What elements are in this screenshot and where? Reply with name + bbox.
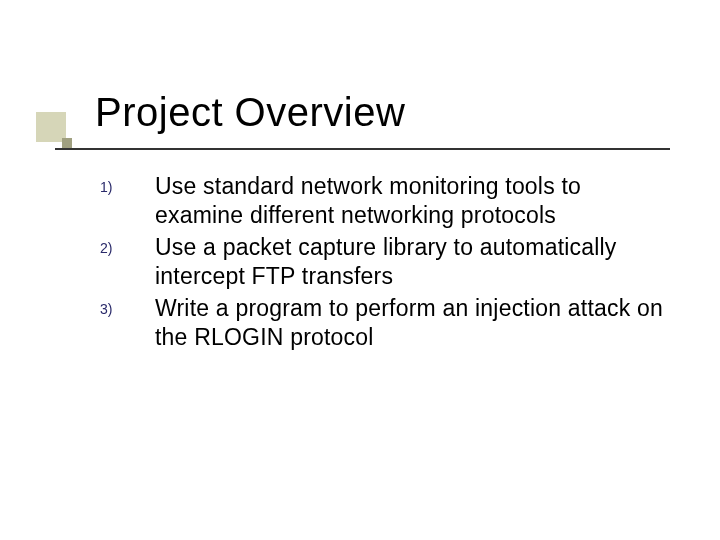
item-text: Write a program to perform an injection …	[155, 294, 670, 353]
list-item: 3) Write a program to perform an injecti…	[100, 294, 670, 353]
item-text: Use standard network monitoring tools to…	[155, 172, 670, 231]
slide-container: Project Overview 1) Use standard network…	[0, 0, 720, 540]
item-number: 2)	[100, 233, 155, 256]
decoration-square-small	[62, 138, 72, 148]
list-item: 2) Use a packet capture library to autom…	[100, 233, 670, 292]
title-area: Project Overview	[55, 90, 680, 135]
title-underline	[55, 148, 670, 150]
item-number: 3)	[100, 294, 155, 317]
content-area: 1) Use standard network monitoring tools…	[100, 172, 670, 355]
item-text: Use a packet capture library to automati…	[155, 233, 670, 292]
item-number: 1)	[100, 172, 155, 195]
slide-title: Project Overview	[55, 90, 680, 135]
list-item: 1) Use standard network monitoring tools…	[100, 172, 670, 231]
